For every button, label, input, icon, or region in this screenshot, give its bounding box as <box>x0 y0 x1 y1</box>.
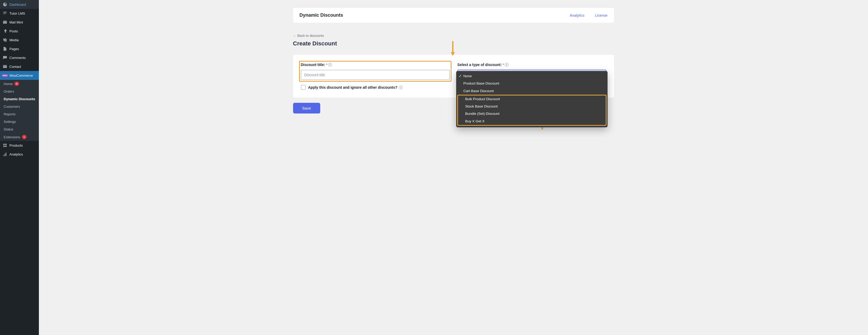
back-link-text: Back to discounts <box>298 34 324 37</box>
submenu-item-home[interactable]: Home 4 <box>0 80 39 88</box>
submenu-label: Reports <box>4 112 16 116</box>
sidebar-item-posts[interactable]: Posts <box>0 27 39 35</box>
sidebar-label: Mail Mint <box>9 20 23 24</box>
dropdown-option-product-base[interactable]: Product Base Discount <box>456 80 608 87</box>
discount-title-highlight: Discount title: * i <box>299 61 452 82</box>
discount-type-dropdown: None Product Base Discount Cart Base Dis… <box>456 71 608 127</box>
dropdown-highlight-box: Bulk Product Discount Stock Base Discoun… <box>457 95 607 126</box>
sidebar-label: Comments <box>9 56 26 60</box>
sidebar-item-analytics[interactable]: Analytics <box>0 150 39 159</box>
info-icon[interactable]: i <box>328 63 332 66</box>
info-icon[interactable]: i <box>399 86 403 89</box>
annotation-arrow-down <box>450 41 456 56</box>
main-content: Dynamic Discounts Analytics License ← Ba… <box>39 0 868 335</box>
submenu-item-dynamic-discounts[interactable]: Dynamic Discounts <box>0 95 39 103</box>
apply-ignore-label: Apply this discount and ignore all other… <box>308 85 403 90</box>
pages-icon <box>3 47 7 51</box>
sidebar-label: Analytics <box>9 152 23 156</box>
required-star: * <box>326 63 327 66</box>
sidebar-label: Contact <box>9 65 21 69</box>
admin-sidebar: Dashboard Tutor LMS Mail Mint Posts Medi… <box>0 0 39 335</box>
badge: 1 <box>22 135 27 139</box>
pin-icon <box>3 29 7 33</box>
discount-title-input[interactable] <box>301 70 450 80</box>
info-icon[interactable]: i <box>505 63 508 66</box>
submenu-label: Home <box>4 82 13 86</box>
sidebar-item-products[interactable]: Products <box>0 141 39 150</box>
submenu-label: Customers <box>4 104 20 109</box>
contact-icon <box>3 64 7 69</box>
media-icon <box>3 37 7 42</box>
dropdown-option-cart-base[interactable]: Cart Base Discount <box>456 87 608 95</box>
page-header: Dynamic Discounts Analytics License <box>293 8 614 23</box>
woocommerce-submenu: Home 4 Orders Dynamic Discounts Customer… <box>0 80 39 141</box>
sidebar-item-tutor-lms[interactable]: Tutor LMS <box>0 9 39 18</box>
dropdown-option-bulk-product[interactable]: Bulk Product Discount <box>458 95 606 103</box>
sidebar-item-pages[interactable]: Pages <box>0 44 39 53</box>
header-link-license[interactable]: License <box>595 13 607 18</box>
submenu-label: Dynamic Discounts <box>4 97 35 101</box>
submenu-label: Orders <box>4 90 14 93</box>
submenu-label: Settings <box>4 120 16 124</box>
back-link[interactable]: ← Back to discounts <box>293 34 324 37</box>
dropdown-option-stock-base[interactable]: Stock Base Discount <box>458 103 606 110</box>
products-icon <box>3 143 7 148</box>
sidebar-label: Posts <box>9 29 18 33</box>
submenu-label: Status <box>4 127 13 131</box>
sidebar-item-media[interactable]: Media <box>0 35 39 44</box>
woo-icon: woo <box>3 73 7 78</box>
sidebar-item-comments[interactable]: Comments <box>0 53 39 62</box>
sidebar-label: Tutor LMS <box>9 11 25 16</box>
dashboard-icon <box>3 2 7 7</box>
submenu-item-customers[interactable]: Customers <box>0 103 39 110</box>
comment-icon <box>3 55 7 60</box>
sidebar-item-mail-mint[interactable]: Mail Mint <box>0 18 39 27</box>
submenu-item-settings[interactable]: Settings <box>0 118 39 125</box>
sidebar-label: Pages <box>9 47 19 51</box>
sidebar-item-contact[interactable]: Contact <box>0 62 39 71</box>
apply-ignore-checkbox[interactable] <box>301 85 306 90</box>
sidebar-label: WooCommerce <box>9 73 33 78</box>
dropdown-option-bundle[interactable]: Bundle (Set) Discount <box>458 110 606 117</box>
save-button[interactable]: Save <box>293 103 320 114</box>
required-star: * <box>503 63 504 66</box>
arrow-left-icon: ← <box>293 34 297 37</box>
sidebar-label: Dashboard <box>9 3 26 6</box>
sidebar-item-woocommerce[interactable]: woo WooCommerce <box>0 71 39 80</box>
submenu-item-orders[interactable]: Orders <box>0 88 39 95</box>
select-type-label: Select a type of discount: * i <box>458 63 606 67</box>
page-header-title: Dynamic Discounts <box>300 12 343 18</box>
dropdown-option-none[interactable]: None <box>456 72 608 80</box>
discount-form-card: Discount title: * i Select a type of dis… <box>293 55 614 98</box>
dropdown-option-buy-x-get-x[interactable]: Buy X Get X <box>458 118 606 125</box>
badge: 4 <box>14 82 19 86</box>
sidebar-label: Media <box>9 38 19 42</box>
mail-icon <box>3 20 7 25</box>
header-links: Analytics License <box>570 13 607 18</box>
submenu-item-extensions[interactable]: Extensions 1 <box>0 133 39 141</box>
header-link-analytics[interactable]: Analytics <box>570 13 584 18</box>
submenu-item-reports[interactable]: Reports <box>0 110 39 118</box>
svg-marker-1 <box>451 52 455 56</box>
discount-title-label: Discount title: * i <box>301 63 450 67</box>
analytics-icon <box>3 152 7 156</box>
submenu-item-status[interactable]: Status <box>0 125 39 133</box>
submenu-label: Extensions <box>4 135 20 139</box>
book-icon <box>3 11 7 16</box>
sidebar-label: Products <box>9 144 23 147</box>
sidebar-item-dashboard[interactable]: Dashboard <box>0 0 39 9</box>
